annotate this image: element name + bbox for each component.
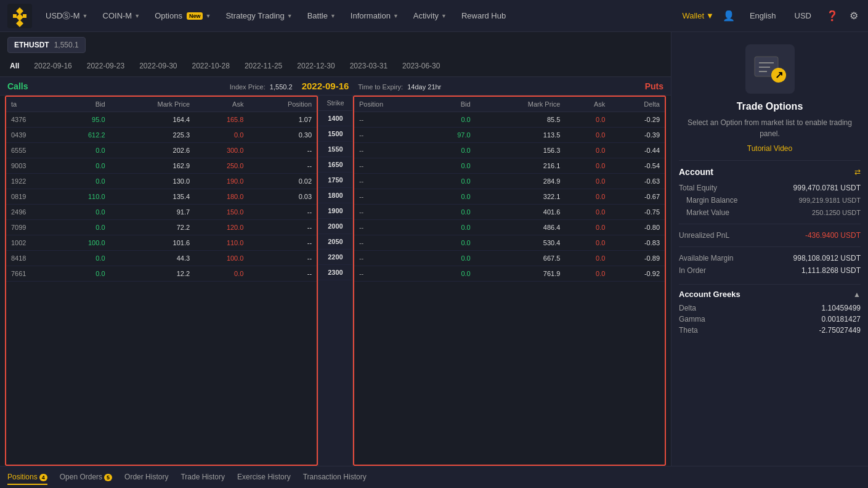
table-row[interactable]: -- 0.0 401.6 0.0 -0.75 [354,205,665,220]
svg-text:↗: ↗ [774,70,782,80]
bottom-tab[interactable]: Transaction History [303,470,367,485]
chevron-down-icon: ▼ [393,13,399,19]
right-panel: ↗ Trade Options Select an Option from ma… [671,32,868,466]
chevron-down-icon: ▼ [287,13,293,19]
table-row[interactable]: 9003 0.0 162.9 250.0 -- [6,158,317,174]
language-selector[interactable]: English [744,7,782,24]
date-filter-item[interactable]: 2022-11-25 [242,60,285,71]
delta-row: Delta 1.10459499 [679,303,861,314]
bottom-tab[interactable]: Open Orders5 [60,470,112,485]
nav-information[interactable]: Information ▼ [344,7,405,24]
col-position: Position [248,97,317,112]
table-row[interactable]: 0439 612.2 225.3 0.0 0.30 [6,128,317,143]
date-filter-item[interactable]: 2022-09-16 [31,60,74,71]
bottom-tab[interactable]: Order History [124,470,168,485]
date-filter-item[interactable]: 2023-06-30 [400,60,442,71]
gamma-row: Gamma 0.00181427 [679,314,861,325]
strike-column: Strike 140015001550165017501800190020002… [318,96,353,466]
table-row[interactable]: -- 97.0 113.5 0.0 -0.39 [354,128,665,143]
theta-row: Theta -2.75027449 [679,325,861,336]
table-row[interactable]: 1922 0.0 130.0 190.0 0.02 [6,174,317,189]
nav-reward-hub[interactable]: Reward Hub [455,7,512,24]
col-position: Position [354,97,426,112]
trade-options-header: ↗ Trade Options Select an Option from ma… [679,39,861,153]
table-row[interactable]: 6555 0.0 202.6 300.0 -- [6,143,317,158]
account-section: Account ⇄ Total Equity 999,470.0781 USDT… [679,160,861,277]
nav-strategy-trading[interactable]: Strategy Trading ▼ [219,7,298,24]
nav-activity[interactable]: Activity ▼ [407,7,453,24]
date-filter-item[interactable]: 2022-12-30 [294,60,337,71]
strike-cell: 2200 [318,250,352,265]
trade-icon-area: ↗ [679,44,861,94]
table-row[interactable]: 8418 0.0 44.3 100.0 -- [6,251,317,266]
strike-header: Strike [318,96,352,111]
calls-label: Calls [7,81,118,91]
table-row[interactable]: 7099 0.0 72.2 120.0 -- [6,220,317,235]
wallet-button[interactable]: Wallet ▼ [682,11,714,20]
top-navigation: USDⓈ-M ▼ COIN-M ▼ Options New ▼ Strategy… [0,0,868,32]
greeks-section: Account Greeks ▲ Delta 1.10459499 Gamma … [679,284,861,336]
options-panel: ETHUSDT 1,550.1 All2022-09-162022-09-232… [0,32,671,466]
account-title-row: Account ⇄ [679,167,861,177]
tab-badge: 5 [104,474,112,481]
table-row[interactable]: 2496 0.0 91.7 150.0 -- [6,205,317,220]
currency-selector[interactable]: USD [789,7,817,24]
bottom-tab[interactable]: Exercise History [237,470,291,485]
date-filter-item[interactable]: 2022-09-30 [137,60,179,71]
help-icon[interactable]: ❓ [824,7,841,24]
col-ask: Ask [195,97,248,112]
index-info: Index Price: 1,550.2 2022-09-16 Time to … [118,81,553,91]
bottom-tab[interactable]: Trade History [180,470,225,485]
strike-cell: 2000 [318,219,352,234]
table-row[interactable]: -- 0.0 667.5 0.0 -0.89 [354,251,665,266]
table-row[interactable]: 7661 0.0 12.2 0.0 -- [6,266,317,282]
user-icon[interactable]: 👤 [720,7,737,24]
table-row[interactable]: -- 0.0 156.3 0.0 -0.44 [354,143,665,158]
table-row[interactable]: -- 0.0 486.4 0.0 -0.80 [354,220,665,235]
account-title: Account [679,167,713,177]
table-row[interactable]: 0819 110.0 135.4 180.0 0.03 [6,189,317,205]
strike-cell: 1550 [318,142,352,157]
table-row[interactable]: -- 0.0 322.1 0.0 -0.67 [354,189,665,205]
strike-cell: 2300 [318,265,352,280]
nav-battle[interactable]: Battle ▼ [301,7,342,24]
strike-cell: 1500 [318,126,352,142]
col-mark-price: Mark Price [476,97,566,112]
nav-options[interactable]: Options New ▼ [148,7,217,24]
trade-options-title: Trade Options [679,101,861,112]
chevron-down-icon: ▼ [83,13,88,19]
col-bid: Bid [56,97,110,112]
nav-right-area: Wallet ▼ 👤 English USD ❓ ⚙ [682,7,861,24]
table-row[interactable]: -- 0.0 85.5 0.0 -0.29 [354,112,665,128]
puts-label: Puts [553,81,663,91]
nav-usdm[interactable]: USDⓈ-M ▼ [39,7,94,25]
table-row[interactable]: -- 0.0 761.9 0.0 -0.92 [354,266,665,282]
table-row[interactable]: -- 0.0 530.4 0.0 -0.83 [354,235,665,251]
tutorial-video-link[interactable]: Tutorial Video [679,144,861,153]
strike-cell: 2050 [318,234,352,250]
logo[interactable] [7,4,32,28]
table-row[interactable]: -- 0.0 216.1 0.0 -0.54 [354,158,665,174]
trade-options-subtitle: Select an Option from market list to ena… [679,117,861,139]
date-filter-item[interactable]: 2022-09-23 [84,60,127,71]
col-ta: ta [6,97,56,112]
date-filter-item[interactable]: All [7,60,22,71]
date-filter-item[interactable]: 2022-10-28 [190,60,232,71]
settings-icon[interactable]: ⚙ [847,7,861,24]
token-selector[interactable]: ETHUSDT 1,550.1 [7,37,86,53]
in-order-row: In Order 1,111.8268 USDT [679,264,861,277]
transfer-icon[interactable]: ⇄ [854,168,861,176]
date-filter-item[interactable]: 2023-03-31 [347,60,390,71]
table-row[interactable]: -- 0.0 284.9 0.0 -0.63 [354,174,665,189]
nav-coinm[interactable]: COIN-M ▼ [97,7,147,24]
bottom-tab-bar: Positions4Open Orders5Order HistoryTrade… [0,466,868,488]
greeks-collapse-icon[interactable]: ▲ [853,290,861,299]
bottom-tab[interactable]: Positions4 [7,470,47,485]
calls-table-wrapper: ta Bid Mark Price Ask Position 4376 95.0… [5,96,318,466]
market-value-row: Market Value 250.1250 USDT [679,206,861,219]
trade-options-icon: ↗ [745,44,795,94]
strike-cell: 1750 [318,173,352,188]
table-row[interactable]: 4376 95.0 164.4 165.8 1.07 [6,112,317,128]
table-row[interactable]: 1002 100.0 101.6 110.0 -- [6,235,317,251]
chevron-down-icon: ▼ [441,13,447,19]
